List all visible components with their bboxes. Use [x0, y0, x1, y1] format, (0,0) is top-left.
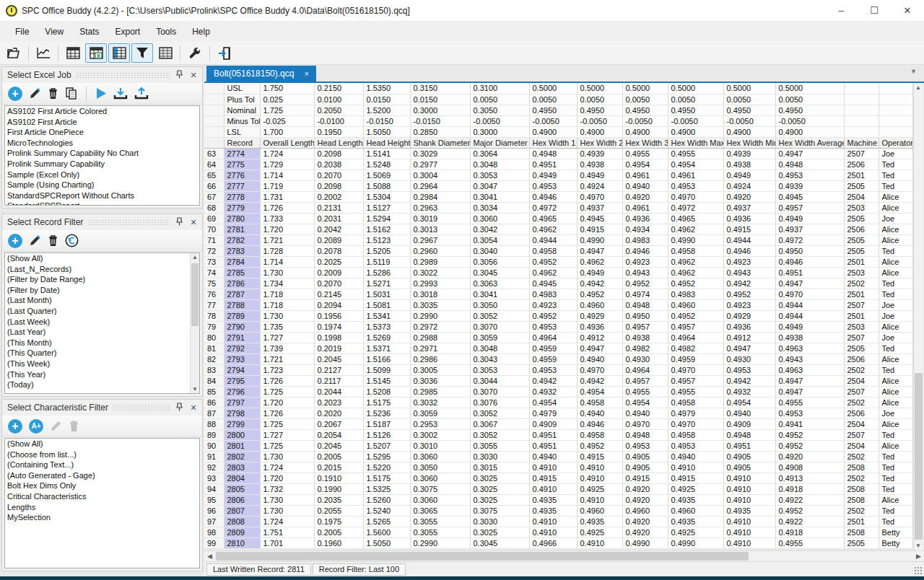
- machine-cell[interactable]: 2502: [844, 505, 879, 516]
- measurement-cell[interactable]: 0.4942: [723, 375, 775, 386]
- measurement-cell[interactable]: 0.3002: [410, 429, 470, 440]
- column-header-record[interactable]: Record: [224, 137, 260, 148]
- measurement-cell[interactable]: 0.4910: [529, 483, 577, 494]
- measurement-cell[interactable]: 0.2094: [314, 299, 363, 310]
- measurement-cell[interactable]: 0.4948: [775, 159, 844, 170]
- measurement-cell[interactable]: 0.3019: [410, 213, 470, 224]
- machine-cell[interactable]: 2501: [844, 256, 879, 267]
- measurement-cell[interactable]: 0.4939: [577, 148, 622, 159]
- column-header-hex-width-average[interactable]: Hex Width Average: [775, 137, 844, 148]
- measurement-cell[interactable]: 0.4955: [622, 148, 668, 159]
- measurement-cell[interactable]: 0.2953: [410, 418, 470, 429]
- measurement-cell[interactable]: 0.2989: [410, 256, 470, 267]
- measurement-cell[interactable]: 0.4953: [529, 180, 577, 191]
- list-item[interactable]: (This Year): [5, 369, 190, 380]
- measurement-cell[interactable]: 0.4942: [577, 375, 622, 386]
- pin-icon[interactable]: [174, 403, 184, 413]
- operator-cell[interactable]: Alice: [879, 418, 912, 429]
- operator-cell[interactable]: Betty: [879, 537, 912, 548]
- operator-cell[interactable]: Ted: [879, 170, 912, 180]
- measurement-cell[interactable]: 0.4962: [668, 256, 723, 267]
- measurement-cell[interactable]: 0.4983: [529, 289, 577, 299]
- measurement-cell[interactable]: 0.2089: [314, 234, 363, 245]
- measurement-cell[interactable]: 0.4957: [668, 321, 723, 332]
- operator-cell[interactable]: Ted: [879, 159, 912, 170]
- measurement-cell[interactable]: 0.2967: [410, 234, 470, 245]
- measurement-cell[interactable]: 0.4910: [577, 494, 622, 505]
- measurement-cell[interactable]: 0.4957: [668, 375, 723, 386]
- measurement-cell[interactable]: 0.3060: [410, 451, 470, 462]
- measurement-cell[interactable]: 0.3070: [470, 386, 529, 397]
- measurement-cell[interactable]: 0.3064: [470, 148, 529, 159]
- record-cell[interactable]: 2783: [224, 245, 260, 256]
- measurement-cell[interactable]: 0.4905: [723, 462, 775, 473]
- operator-cell[interactable]: Alice: [879, 256, 912, 267]
- measurement-cell[interactable]: 0.4905: [622, 462, 668, 473]
- measurement-cell[interactable]: 0.4961: [622, 170, 668, 180]
- row-number-cell[interactable]: 95: [204, 494, 224, 505]
- measurement-cell[interactable]: 0.4938: [775, 332, 844, 343]
- measurement-cell[interactable]: 0.2005: [314, 527, 363, 537]
- delete-job-icon[interactable]: [48, 87, 58, 100]
- import-job-icon[interactable]: [113, 87, 128, 100]
- measurement-cell[interactable]: 1.5236: [363, 408, 410, 418]
- measurement-cell[interactable]: 0.4949: [577, 170, 622, 180]
- measurement-cell[interactable]: 0.4920: [622, 483, 668, 494]
- measurement-cell[interactable]: 0.4963: [775, 343, 844, 353]
- measurement-cell[interactable]: 0.4910: [668, 462, 723, 473]
- measurement-cell[interactable]: 1.720: [260, 397, 314, 408]
- tab-close-icon[interactable]: ×: [304, 69, 308, 78]
- measurement-cell[interactable]: 0.2078: [314, 245, 363, 256]
- scroll-right-icon[interactable]: ▶: [913, 551, 924, 562]
- list-item[interactable]: (Last Week): [5, 317, 190, 328]
- measurement-cell[interactable]: 1.5248: [363, 159, 410, 170]
- measurement-cell[interactable]: 0.2990: [410, 310, 470, 321]
- list-item[interactable]: (Last_N_Records): [5, 264, 190, 275]
- measurement-cell[interactable]: 0.2019: [314, 343, 363, 353]
- measurement-cell[interactable]: 1.718: [260, 299, 314, 310]
- excel-export-button[interactable]: X: [85, 43, 107, 63]
- measurement-cell[interactable]: 0.4960: [577, 505, 622, 516]
- measurement-cell[interactable]: 0.3044: [470, 375, 529, 386]
- measurement-cell[interactable]: 1.5050: [363, 537, 410, 548]
- measurement-cell[interactable]: 0.2070: [314, 170, 363, 180]
- measurement-cell[interactable]: 0.1960: [314, 537, 363, 548]
- measurement-cell[interactable]: 0.3005: [410, 364, 470, 375]
- measurement-cell[interactable]: 0.3043: [470, 353, 529, 364]
- measurement-cell[interactable]: 0.4929: [577, 310, 622, 321]
- row-number-cell[interactable]: 81: [204, 343, 224, 353]
- record-cell[interactable]: 2793: [224, 353, 260, 364]
- measurement-cell[interactable]: 0.2127: [314, 364, 363, 375]
- row-number-cell[interactable]: 93: [204, 473, 224, 483]
- measurement-cell[interactable]: 1.725: [260, 418, 314, 429]
- measurement-cell[interactable]: 0.4952: [577, 289, 622, 299]
- operator-cell[interactable]: Joe: [879, 213, 912, 224]
- measurement-cell[interactable]: 0.4910: [577, 537, 622, 548]
- measurement-cell[interactable]: 0.4923: [723, 256, 775, 267]
- measurement-cell[interactable]: 0.2025: [314, 256, 363, 267]
- measurement-cell[interactable]: 0.4936: [622, 213, 668, 224]
- measurement-cell[interactable]: 0.4952: [577, 440, 622, 451]
- measurement-cell[interactable]: 0.4952: [622, 278, 668, 289]
- measurement-cell[interactable]: 1.724: [260, 148, 314, 159]
- measurement-cell[interactable]: 0.4920: [622, 516, 668, 527]
- column-view-button[interactable]: [108, 43, 130, 63]
- row-number-cell[interactable]: 78: [204, 310, 224, 321]
- measurement-cell[interactable]: 0.2963: [410, 202, 470, 213]
- measurement-cell[interactable]: 0.4947: [775, 148, 844, 159]
- measurement-cell[interactable]: 0.4953: [529, 364, 577, 375]
- measurement-cell[interactable]: 0.4949: [723, 170, 775, 180]
- measurement-cell[interactable]: 0.4937: [775, 224, 844, 234]
- measurement-cell[interactable]: 0.4910: [529, 527, 577, 537]
- measurement-cell[interactable]: 0.4925: [577, 527, 622, 537]
- measurement-cell[interactable]: 1.727: [260, 332, 314, 343]
- measurement-cell[interactable]: 1.5269: [363, 332, 410, 343]
- machine-cell[interactable]: 2504: [844, 418, 879, 429]
- measurement-cell[interactable]: 1.735: [260, 321, 314, 332]
- measurement-cell[interactable]: 0.2964: [410, 180, 470, 191]
- measurement-cell[interactable]: 0.4954: [723, 397, 775, 408]
- measurement-cell[interactable]: 0.2984: [410, 191, 470, 202]
- list-item[interactable]: (Last Month): [5, 295, 190, 306]
- row-number-cell[interactable]: 73: [204, 256, 224, 267]
- measurement-cell[interactable]: 0.4935: [668, 516, 723, 527]
